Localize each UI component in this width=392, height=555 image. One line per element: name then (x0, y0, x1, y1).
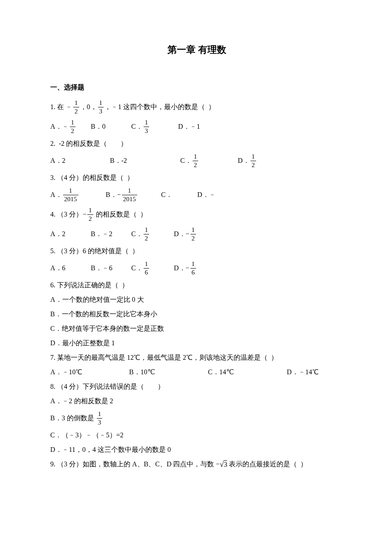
question: 5. （3 分）6 的绝对值是（ ）A．6B．﹣6C．16D．−16 (50, 246, 343, 276)
question-stem: 6. 下列说法正确的是（ ） (50, 280, 343, 290)
option: D．﹣11，0，4 这三个数中最小的数是 0 (50, 445, 343, 455)
options-row: A．2B．-2C．12D．12 (50, 153, 343, 168)
question: 8. （4 分）下列说法错误的是（ ）A．﹣2 的相反数是 2B．3 的倒数是 … (50, 382, 343, 455)
options-row: A．﹣10℃B．10℃C．14℃D．﹣14℃ (50, 367, 343, 377)
option: B．10℃ (129, 367, 208, 377)
question: 9. （3 分）如图，数轴上的 A、B、C、D 四点中，与数 −√3 表示的点最… (50, 459, 343, 469)
option: A．一个数的绝对值一定比 0 大 (50, 295, 343, 305)
option: C．12 (131, 226, 174, 242)
page-title: 第一章 有理数 (50, 43, 343, 57)
option: D．﹣ (197, 190, 240, 200)
option: C．绝对值等于它本身的数一定是正数 (50, 324, 343, 334)
options-row: A．﹣12B．0C．13D．﹣1 (50, 119, 343, 134)
option: D．最小的正整数是 1 (50, 338, 343, 348)
option: A．2 (50, 229, 91, 239)
option: B．﹣2 (91, 229, 131, 239)
question-stem: 1. 在 ﹣12，0，13，﹣1 这四个数中，最小的数是（ ） (50, 99, 343, 115)
option: D．﹣1 (178, 121, 221, 132)
question: 7. 某地一天的最高气温是 12℃，最低气温是 2℃，则该地这天的温差是（ ）A… (50, 353, 343, 377)
option: D．−12 (174, 226, 216, 242)
question-stem: 7. 某地一天的最高气温是 12℃，最低气温是 2℃，则该地这天的温差是（ ） (50, 353, 343, 363)
option: C．（﹣3）﹣（﹣5）=2 (50, 430, 343, 440)
option: B．0 (91, 121, 131, 132)
option: D．−16 (174, 260, 216, 276)
option: A．2 (50, 156, 110, 166)
option: D．﹣14℃ (287, 367, 338, 377)
option: B．﹣6 (91, 263, 131, 273)
option: B．-2 (110, 156, 180, 166)
options-row: A．12015B．−12015C．D．﹣ (50, 187, 343, 202)
question: 4. （3 分）−12 的相反数是（ ）A．2B．﹣2C．12D．−12 (50, 207, 343, 242)
question-stem: 4. （3 分）−12 的相反数是（ ） (50, 207, 343, 222)
question: 1. 在 ﹣12，0，13，﹣1 这四个数中，最小的数是（ ）A．﹣12B．0C… (50, 99, 343, 134)
option: A．﹣12 (50, 119, 91, 134)
option: C．16 (131, 260, 174, 276)
option: A．6 (50, 263, 91, 273)
option: D．12 (238, 153, 280, 168)
section-header: 一、选择题 (50, 82, 343, 92)
options-row: A．2B．﹣2C．12D．−12 (50, 226, 343, 242)
question: 6. 下列说法正确的是（ ）A．一个数的绝对值一定比 0 大B．一个数的相反数一… (50, 280, 343, 348)
options-row: A．6B．﹣6C．16D．−16 (50, 260, 343, 276)
option: A．﹣2 的相反数是 2 (50, 396, 343, 406)
option: C．13 (131, 119, 178, 134)
option: C． (161, 190, 197, 200)
option: B．3 的倒数是 13 (50, 410, 343, 426)
question-stem: 2. -2 的相反数是（ ） (50, 139, 343, 149)
option: C．12 (180, 153, 238, 168)
question-stem: 9. （3 分）如图，数轴上的 A、B、C、D 四点中，与数 −√3 表示的点最… (50, 459, 343, 469)
option: B．−12015 (106, 187, 161, 202)
question: 2. -2 的相反数是（ ）A．2B．-2C．12D．12 (50, 139, 343, 168)
question-stem: 5. （3 分）6 的绝对值是（ ） (50, 246, 343, 256)
questions-list: 1. 在 ﹣12，0，13，﹣1 这四个数中，最小的数是（ ）A．﹣12B．0C… (50, 99, 343, 469)
option: B．一个数的相反数一定比它本身小 (50, 309, 343, 319)
question: 3. （4 分）的相反数是（ ）A．12015B．−12015C．D．﹣ (50, 173, 343, 202)
option: C．14℃ (208, 367, 287, 377)
option: A．﹣10℃ (50, 367, 129, 377)
question-stem: 8. （4 分）下列说法错误的是（ ） (50, 382, 343, 392)
option: A．12015 (50, 187, 106, 202)
question-stem: 3. （4 分）的相反数是（ ） (50, 173, 343, 183)
